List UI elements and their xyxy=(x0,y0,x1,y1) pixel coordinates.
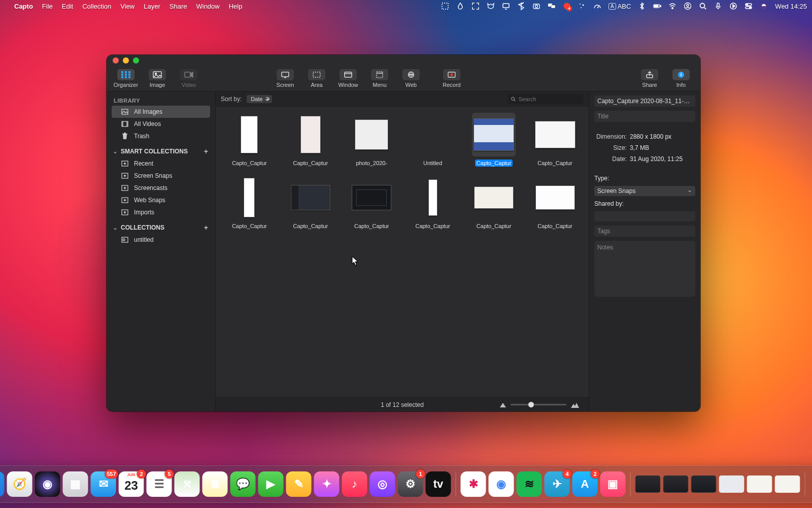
toolbar-share-button[interactable]: Share xyxy=(634,67,665,90)
dock-app-calendar[interactable]: JUN232 xyxy=(119,471,144,497)
sort-dropdown[interactable]: Date xyxy=(247,95,272,103)
menu-share[interactable]: Share xyxy=(170,3,187,10)
inspector-shared-input[interactable] xyxy=(594,211,695,221)
inspector-title-input[interactable]: Title xyxy=(594,111,695,122)
zoom-slider[interactable] xyxy=(499,401,580,408)
sidebar-collections-header[interactable]: ⌄COLLECTIONS + xyxy=(107,218,215,234)
dock-app-notes[interactable]: ≣ xyxy=(202,471,228,497)
battery-icon[interactable] xyxy=(653,2,661,10)
app-menu[interactable]: Capto xyxy=(14,3,33,10)
sidebar-item-trash[interactable]: Trash xyxy=(107,130,215,142)
inspector-type-select[interactable]: Screen Snaps xyxy=(594,186,695,196)
thumbnail-item[interactable]: Capto_Captur xyxy=(469,113,518,167)
crop-icon[interactable] xyxy=(441,2,449,10)
sparkle-icon[interactable] xyxy=(578,2,586,10)
play-icon[interactable] xyxy=(729,2,737,10)
dock-app-tv[interactable]: tv xyxy=(426,471,451,497)
dock-app-finder[interactable]: ☻ xyxy=(0,471,5,497)
sidebar-item-imports[interactable]: Imports xyxy=(107,206,215,218)
keyboard-input-icon[interactable]: AABC xyxy=(608,2,631,10)
user-icon[interactable] xyxy=(684,2,692,10)
dock-app-pixelmator[interactable]: ✦ xyxy=(314,471,340,497)
dock-app-slack[interactable]: ✱ xyxy=(461,471,486,497)
thumbnail-item[interactable]: photo_2020- xyxy=(347,113,396,167)
minimized-window[interactable] xyxy=(663,475,689,493)
notification-icon[interactable]: 4 xyxy=(563,2,571,10)
dock-app-mail[interactable]: ✉557 xyxy=(91,471,116,497)
thumbnail-item[interactable]: Capto_Captur xyxy=(469,176,518,230)
thumbnail-item[interactable]: Capto_Captur xyxy=(286,113,335,167)
toolbar-info-button[interactable]: iInfo xyxy=(666,67,696,90)
search-input[interactable] xyxy=(519,96,581,102)
thumbnail-item[interactable]: Capto_Captur xyxy=(347,176,396,230)
minimized-window[interactable] xyxy=(635,475,661,493)
fox-icon[interactable] xyxy=(487,2,495,10)
toolbar-menu-button[interactable]: Menu xyxy=(364,67,395,90)
dock-app-facetime[interactable]: ▶ xyxy=(258,471,284,497)
toolbar-record-button[interactable]: Record xyxy=(436,67,467,90)
inspector-notes-input[interactable]: Notes xyxy=(594,241,695,297)
toolbar-web-button[interactable]: Web xyxy=(396,67,426,90)
dock-app-telegram[interactable]: ✈4 xyxy=(545,471,570,497)
sidebar-item-all-images[interactable]: All Images xyxy=(112,106,210,118)
inspector-tags-input[interactable]: Tags xyxy=(594,226,695,237)
thumbnail-item[interactable]: Capto_Captur xyxy=(225,113,274,167)
bluetooth2-icon[interactable] xyxy=(638,2,646,10)
dock-app-reminders[interactable]: ☰5 xyxy=(147,471,172,497)
screens-icon[interactable] xyxy=(548,2,556,10)
monitor-icon[interactable] xyxy=(502,2,510,10)
minimized-window[interactable] xyxy=(691,475,717,493)
sidebar-item-recent[interactable]: Recent xyxy=(107,157,215,170)
menu-help[interactable]: Help xyxy=(229,3,243,10)
dock-app-safari[interactable]: 🧭 xyxy=(7,471,32,497)
dock-app-messages[interactable]: 💬 xyxy=(230,471,256,497)
toolbar-image-button[interactable]: Image xyxy=(142,67,173,90)
minimized-window[interactable] xyxy=(775,475,800,493)
minimized-window[interactable] xyxy=(747,475,772,493)
menu-window[interactable]: Window xyxy=(196,3,219,10)
expand-icon[interactable] xyxy=(471,2,480,10)
search-field[interactable] xyxy=(507,94,584,104)
dock-app-settings[interactable]: ⚙1 xyxy=(398,471,423,497)
spotlight-icon[interactable] xyxy=(699,2,707,10)
sidebar-item-web-snaps[interactable]: Web Snaps xyxy=(107,194,215,206)
dock-app-siri[interactable]: ◉ xyxy=(35,471,60,497)
menu-view[interactable]: View xyxy=(120,3,134,10)
dock-app-music[interactable]: ♪ xyxy=(342,471,367,497)
window-maximize-button[interactable] xyxy=(133,57,139,64)
dock-app-launchpad[interactable]: ▦ xyxy=(63,471,88,497)
dock-app-spotify[interactable]: ≋ xyxy=(517,471,542,497)
mic-icon[interactable] xyxy=(714,2,722,10)
thumbnail-item[interactable]: Capto_Captur xyxy=(531,113,580,167)
toolbar-organizer-button[interactable]: Organizer xyxy=(111,67,141,90)
window-close-button[interactable] xyxy=(113,57,119,64)
dock-app-appstore[interactable]: A2 xyxy=(572,471,598,497)
menu-layer[interactable]: Layer xyxy=(144,3,160,10)
toolbar-screen-button[interactable]: Screen xyxy=(270,67,300,90)
dock-app-chrome[interactable]: ◉ xyxy=(489,471,514,497)
umbrella-icon[interactable] xyxy=(760,2,768,10)
thumbnail-item[interactable]: Capto_Captur xyxy=(225,176,274,230)
toolbar-window-button[interactable]: Window xyxy=(333,67,363,90)
sidebar-item-all-videos[interactable]: All Videos xyxy=(107,118,215,130)
add-collection-button[interactable]: + xyxy=(204,224,208,232)
menubar-clock[interactable]: Wed 14:25 xyxy=(775,3,807,10)
sidebar-item-screen-snaps[interactable]: Screen Snaps xyxy=(107,170,215,182)
bluetooth-icon[interactable] xyxy=(517,2,525,10)
toolbar-area-button[interactable]: Area xyxy=(301,67,332,90)
gauge-icon[interactable] xyxy=(593,2,601,10)
thumbnail-item[interactable]: Capto_Captur xyxy=(286,176,335,230)
sidebar-smart-header[interactable]: ⌄SMART COLLECTIONS + xyxy=(107,142,215,157)
dock-app-podcasts[interactable]: ◎ xyxy=(370,471,395,497)
thumbnail-item[interactable]: Capto_Captur xyxy=(409,176,457,230)
wifi-icon[interactable] xyxy=(668,2,676,10)
window-minimize-button[interactable] xyxy=(123,57,129,64)
camera-icon[interactable] xyxy=(532,2,540,10)
control-center-icon[interactable] xyxy=(745,2,753,10)
sidebar-item-screencasts[interactable]: Screencasts xyxy=(107,182,215,194)
menu-collection[interactable]: Collection xyxy=(82,3,111,10)
dock-trash[interactable] xyxy=(810,470,813,498)
thumbnail-item[interactable]: Capto_Captur xyxy=(531,176,580,230)
dock-app-maps[interactable]: ⤧ xyxy=(175,471,200,497)
dock-app-capto[interactable]: ▣ xyxy=(600,471,626,497)
